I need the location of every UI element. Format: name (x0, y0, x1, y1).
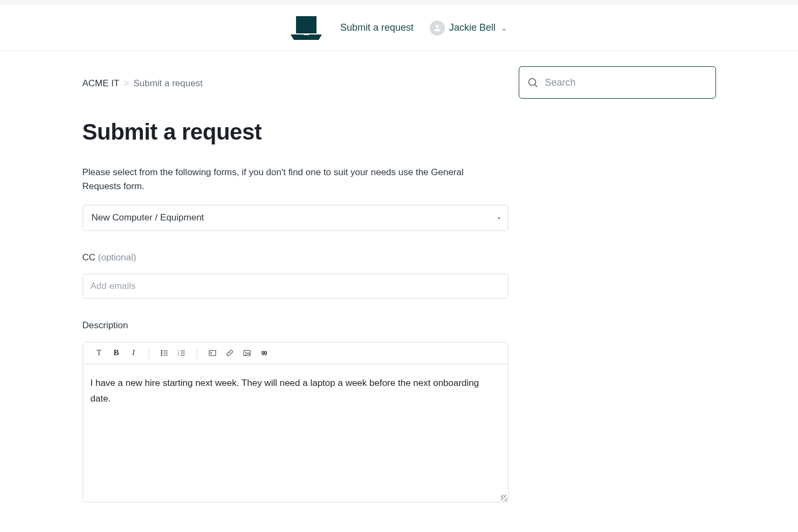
italic-button[interactable]: I (125, 345, 142, 361)
cc-label-text: CC (82, 252, 96, 262)
avatar (430, 20, 445, 36)
cc-label: CC (optional) (82, 252, 504, 263)
site-header: Submit a request Jackie Bell ⌄ (0, 5, 798, 51)
form-type-selected-label: New Computer / Equipment (92, 212, 204, 223)
svg-line-17 (534, 85, 536, 87)
paragraph-format-button[interactable]: T (91, 345, 108, 361)
svg-point-15 (245, 351, 246, 353)
search-input[interactable] (545, 77, 708, 88)
image-button[interactable] (238, 345, 256, 361)
resize-handle[interactable] (500, 494, 507, 501)
code-block-icon (208, 349, 217, 357)
description-textarea[interactable]: I have a new hire starting next week. Th… (83, 364, 508, 502)
toolbar-divider (197, 347, 197, 359)
svg-point-16 (528, 79, 535, 86)
svg-rect-12 (209, 350, 216, 355)
description-label: Description (82, 320, 504, 331)
logo[interactable] (291, 16, 322, 40)
breadcrumb-separator: > (123, 78, 129, 89)
breadcrumb-current: Submit a request (133, 78, 203, 89)
unordered-list-button[interactable] (156, 345, 173, 361)
toolbar-divider (149, 347, 149, 359)
numbered-list-icon: 1 2 3 (177, 349, 186, 357)
person-icon (432, 23, 442, 33)
caret-down-icon: ▾ (498, 215, 500, 220)
breadcrumb-root[interactable]: ACME IT (82, 78, 120, 89)
user-menu[interactable]: Jackie Bell ⌄ (430, 20, 507, 36)
svg-text:3: 3 (177, 354, 179, 356)
top-strip (0, 0, 798, 5)
cc-input[interactable] (82, 274, 508, 299)
editor-toolbar: T B I (83, 342, 508, 364)
form-type-select[interactable]: New Computer / Equipment ▾ (82, 205, 508, 231)
link-button[interactable] (221, 345, 238, 361)
laptop-logo-icon (291, 16, 322, 40)
page-title: Submit a request (82, 119, 504, 145)
svg-line-13 (210, 352, 211, 353)
svg-point-4 (161, 355, 162, 356)
quote-icon: 99 (261, 350, 266, 356)
form-instruction: Please select from the following forms, … (82, 165, 504, 194)
blockquote-button[interactable]: 99 (256, 345, 273, 361)
main-column: ACME IT > Submit a request Submit a requ… (82, 66, 504, 502)
link-icon (225, 349, 234, 357)
bold-button[interactable]: B (108, 345, 125, 361)
svg-point-2 (161, 353, 162, 354)
svg-rect-14 (244, 350, 250, 355)
cc-optional-text: (optional) (98, 252, 136, 262)
sidebar (519, 66, 716, 99)
bullet-list-icon (160, 349, 169, 357)
ordered-list-button[interactable]: 1 2 3 (173, 345, 190, 361)
code-block-button[interactable] (204, 345, 221, 361)
image-icon (243, 349, 251, 357)
chevron-down-icon: ⌄ (501, 24, 507, 32)
search-box[interactable] (519, 66, 716, 99)
description-editor: T B I (82, 342, 508, 502)
search-icon (527, 77, 539, 88)
breadcrumb: ACME IT > Submit a request (82, 78, 504, 89)
svg-point-0 (161, 350, 162, 351)
nav-submit-request[interactable]: Submit a request (340, 22, 414, 33)
user-name-label: Jackie Bell (449, 22, 496, 33)
